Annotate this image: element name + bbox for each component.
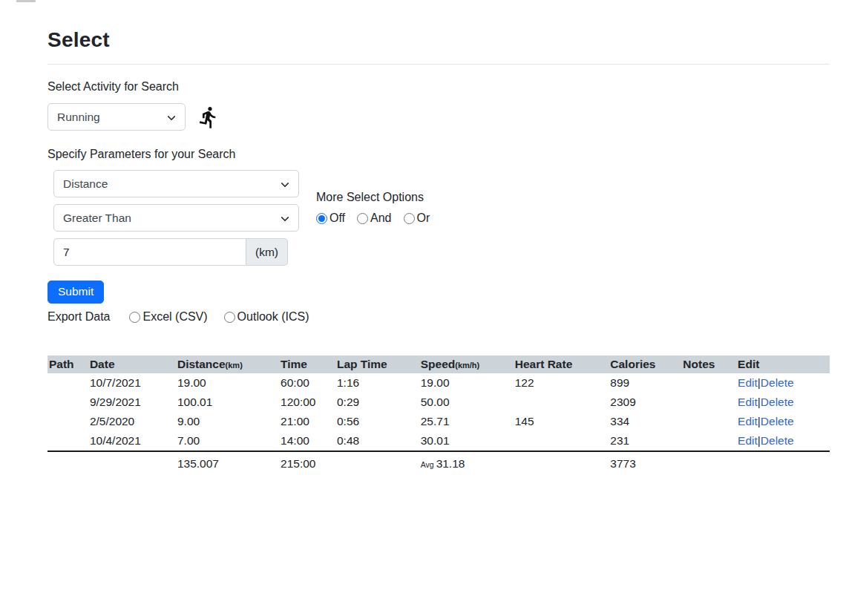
param-field-select[interactable]: Distance	[53, 170, 299, 197]
cell-edit: Edit|Delete	[738, 431, 830, 451]
cell-lap-time: 0:48	[337, 431, 421, 451]
cell-date: 9/29/2021	[90, 393, 177, 412]
page-container: Select Select Activity for Search Runnin…	[47, 0, 830, 474]
param-field-value: Distance	[63, 177, 108, 191]
param-value-input[interactable]	[53, 238, 246, 266]
radio-option-and[interactable]: And	[357, 212, 391, 225]
totals-time: 215:00	[281, 451, 337, 474]
chevron-down-icon	[281, 213, 289, 221]
browser-artifact-dash	[16, 0, 36, 2]
avg-label: Avg	[421, 460, 434, 469]
cell-heart-rate	[515, 393, 611, 412]
activity-select-value: Running	[57, 111, 100, 124]
cell-speed: 30.01	[421, 431, 515, 451]
delete-link[interactable]: Delete	[761, 434, 794, 447]
header-distance: Distance(km)	[177, 355, 281, 373]
radio-option-or[interactable]: Or	[404, 212, 430, 225]
cell-path	[47, 431, 90, 451]
cell-notes	[683, 393, 738, 412]
cell-calories: 334	[610, 412, 683, 431]
cell-time: 14:00	[281, 431, 337, 451]
unit-addon: (km)	[246, 238, 288, 266]
cell-date: 10/4/2021	[90, 431, 177, 451]
cell-distance: 7.00	[177, 431, 281, 451]
cell-time: 60:00	[281, 373, 337, 393]
header-time: Time	[281, 355, 337, 373]
radio-off-input[interactable]	[316, 213, 327, 224]
cell-distance: 9.00	[177, 412, 281, 431]
cell-heart-rate	[515, 431, 611, 451]
totals-edit	[738, 451, 830, 474]
totals-heart-rate	[515, 451, 611, 474]
edit-link[interactable]: Edit	[738, 376, 758, 389]
radio-and-label: And	[370, 212, 391, 225]
cell-calories: 2309	[610, 393, 683, 412]
cell-edit: Edit|Delete	[738, 393, 830, 412]
radio-off-label: Off	[329, 212, 345, 225]
radio-or-input[interactable]	[404, 213, 415, 224]
cell-edit: Edit|Delete	[738, 412, 830, 431]
activity-row: Running	[47, 103, 830, 131]
cell-speed: 25.71	[421, 412, 515, 431]
cell-notes	[683, 431, 738, 451]
delete-link[interactable]: Delete	[761, 376, 794, 389]
radio-or-label: Or	[417, 212, 430, 225]
param-area: Distance Greater Than (km) More Select O…	[47, 170, 830, 266]
cell-heart-rate: 145	[515, 412, 611, 431]
radio-csv-label: Excel (CSV)	[142, 310, 207, 324]
totals-date	[90, 451, 177, 474]
cell-path	[47, 373, 90, 393]
export-option-ics[interactable]: Outlook (ICS)	[224, 310, 309, 324]
totals-speed: Avg31.18	[421, 451, 515, 474]
distance-unit: (km)	[226, 361, 243, 370]
runner-icon	[197, 105, 220, 130]
header-heart-rate: Heart Rate	[515, 355, 611, 373]
cell-distance: 100.01	[177, 393, 281, 412]
export-option-csv[interactable]: Excel (CSV)	[129, 310, 207, 324]
cell-calories: 899	[610, 373, 683, 393]
param-operator-select[interactable]: Greater Than	[53, 204, 299, 232]
more-options-label: More Select Options	[316, 191, 430, 204]
radio-and-input[interactable]	[357, 213, 368, 224]
header-speed: Speed(km/h)	[421, 355, 515, 373]
cell-notes	[683, 373, 738, 393]
table-header-row: Path Date Distance(km) Time Lap Time Spe…	[47, 355, 830, 373]
radio-option-off[interactable]: Off	[316, 212, 345, 225]
header-edit: Edit	[738, 355, 830, 373]
cell-date: 2/5/2020	[90, 412, 177, 431]
totals-calories: 3773	[610, 451, 683, 474]
cell-path	[47, 412, 90, 431]
edit-link[interactable]: Edit	[738, 415, 758, 427]
cell-lap-time: 0:56	[337, 412, 421, 431]
cell-lap-time: 1:16	[337, 373, 421, 393]
totals-path	[47, 451, 90, 474]
activity-select[interactable]: Running	[47, 103, 186, 131]
cell-speed: 19.00	[421, 373, 515, 393]
table-row: 10/4/2021 7.00 14:00 0:48 30.01 231 Edit…	[47, 431, 830, 451]
cell-distance: 19.00	[177, 373, 281, 393]
radio-csv-input[interactable]	[129, 312, 140, 323]
chevron-down-icon	[281, 179, 289, 187]
cell-lap-time: 0:29	[337, 393, 421, 412]
edit-link[interactable]: Edit	[738, 396, 758, 408]
page-title: Select	[47, 0, 830, 52]
totals-distance: 135.007	[177, 451, 281, 474]
totals-row: 135.007 215:00 Avg31.18 3773	[47, 451, 830, 474]
totals-notes	[683, 451, 738, 474]
header-notes: Notes	[683, 355, 738, 373]
submit-button[interactable]: Submit	[47, 281, 104, 304]
header-calories: Calories	[610, 355, 683, 373]
param-operator-value: Greater Than	[63, 212, 131, 225]
cell-heart-rate: 122	[515, 373, 611, 393]
radio-ics-input[interactable]	[224, 312, 235, 323]
cell-time: 21:00	[281, 412, 337, 431]
results-table: Path Date Distance(km) Time Lap Time Spe…	[47, 355, 830, 474]
table-row: 9/29/2021 100.01 120:00 0:29 50.00 2309 …	[47, 393, 830, 412]
cell-speed: 50.00	[421, 393, 515, 412]
delete-link[interactable]: Delete	[761, 415, 794, 427]
header-date: Date	[90, 355, 177, 373]
edit-link[interactable]: Edit	[738, 434, 758, 447]
export-label: Export Data	[47, 310, 110, 324]
table-row: 10/7/2021 19.00 60:00 1:16 19.00 122 899…	[47, 373, 830, 393]
delete-link[interactable]: Delete	[761, 396, 794, 408]
